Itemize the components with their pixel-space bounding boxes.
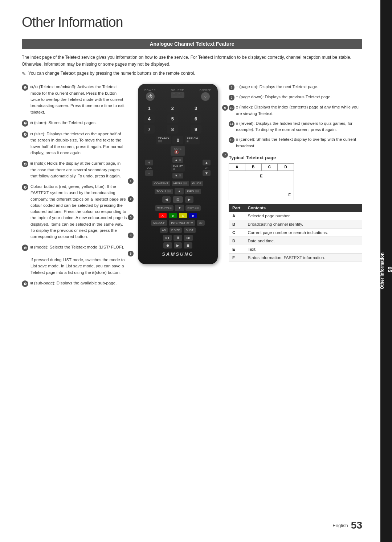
item-number-4: ❹ (22, 161, 28, 167)
nav-left-btn[interactable]: ◀ (162, 196, 171, 203)
nav-ok-btn[interactable]: ⊡ (173, 196, 183, 203)
callout-2: 2 (128, 196, 134, 202)
mute-button[interactable]: MUTE 🔇 (171, 146, 185, 156)
page-title: Other Information (22, 15, 362, 30)
vol-ch-area: + VOL − ▲⊠ CH LIST (144, 157, 212, 178)
side-tab-text: Other Information (380, 252, 385, 289)
pause-button[interactable]: ⏸ (173, 235, 182, 241)
mediap-button[interactable]: MEDIA.P (151, 220, 167, 226)
list-item: ❸ ⊟ (size): Displays the teletext on the… (22, 131, 127, 156)
ad-button[interactable]: AD (160, 227, 168, 233)
ch-down-with-indicator[interactable]: ▼⊠ (172, 173, 183, 178)
exit-button[interactable]: EXIT ⊠⊠ (185, 205, 201, 211)
ttxmix-button[interactable]: TTX/MIX ⊠⊟ (156, 136, 171, 144)
side-tab: 05 Other Information (380, 0, 392, 542)
num-2[interactable]: 2 (167, 104, 178, 112)
subt-button[interactable]: SUBT. (184, 227, 196, 233)
teletext-col-a: A (229, 164, 245, 171)
color-b-button[interactable]: B (169, 213, 177, 218)
vol-up[interactable]: + (145, 160, 153, 165)
chlist-button[interactable]: CH LIST ⊠ (171, 164, 184, 172)
tools-button[interactable]: TOOLS ⊠⊟ (155, 189, 173, 194)
ttxmix-label: TTX/MIX (158, 137, 170, 140)
num-8[interactable]: 8 (167, 125, 178, 134)
color-c-button[interactable]: C (179, 213, 187, 218)
nav-right-btn[interactable]: ▶ (185, 196, 193, 203)
prech-button[interactable]: PRE-CH ⊠ (185, 136, 200, 144)
num-1[interactable]: 1 (144, 104, 155, 112)
item-content-5: Colour buttons (red, green, yellow, blue… (30, 184, 127, 240)
callout-7: 7 (222, 152, 228, 158)
stop-button[interactable]: ⏹ (184, 242, 192, 249)
table-cell-part: E (229, 245, 244, 253)
main-content: Other Information Analogue Channel Telet… (0, 0, 380, 542)
vol-down[interactable]: − (145, 170, 153, 176)
num-0[interactable]: 0 (172, 136, 183, 144)
psize-button[interactable]: P.SIZE (170, 227, 182, 233)
guide-button[interactable]: GUIDE (191, 181, 203, 186)
color-d-button[interactable]: D (189, 213, 197, 218)
item-number-1: ❶ (22, 84, 28, 91)
ch-up[interactable]: ▲ (203, 160, 211, 165)
source-area: SOURCE ⬛⬛ (171, 89, 184, 98)
item-content-4: ⊠ (hold): Holds the display at the curre… (30, 160, 127, 179)
color-buttons-row: A B C D (144, 213, 212, 218)
playback-row-2: ⏺ ▶ ⏹ (144, 242, 212, 249)
item-content-1: ⊞/⊟ (Teletext on/mix/off): Activates the… (30, 84, 127, 115)
list-item: ❼ ⊠ (sub-page): Displays the available s… (22, 280, 127, 287)
section-header: Analogue Channel Teletext Feature (22, 39, 362, 49)
num-5[interactable]: 5 (167, 114, 178, 123)
footer-lang: English (332, 523, 348, 528)
num-4[interactable]: 4 (144, 114, 155, 123)
list-item: ❺ Colour buttons (red, green, yellow, bl… (22, 184, 127, 240)
play-button[interactable]: ▶ (174, 242, 182, 249)
item-number-2: ❷ (22, 120, 28, 127)
onoff-button[interactable]: ○ (201, 92, 210, 101)
table-cell-contents: Selected page number. (244, 212, 362, 220)
power-label: POWER (144, 89, 156, 91)
num-3[interactable]: 3 (191, 104, 201, 112)
table-cell-contents: Current page number or search indication… (244, 228, 362, 237)
record-button[interactable]: ⏺ (163, 242, 172, 249)
number-grid: 1 2 3 4 5 6 7 8 9 (144, 104, 212, 134)
menu-button[interactable]: MENU ⊠⊟ (172, 181, 189, 186)
callout-6: 6 (222, 105, 228, 111)
teletext-f: F (232, 193, 291, 197)
nav-down-btn[interactable]: ▼ (175, 205, 184, 211)
threed-button[interactable]: 3D (197, 220, 205, 226)
note-text: ✎ You can change Teletext pages by press… (22, 71, 362, 77)
chlist-label: CH LIST (173, 165, 183, 168)
list-item: ❷ ⊠ (store): Stores the Teletext pages. (22, 120, 127, 127)
table-cell-part: A (229, 212, 244, 220)
item-number-5: ❺ (22, 184, 28, 190)
vol-mute-section: MUTE 🔇 + VOL − (144, 146, 212, 178)
color-a-button[interactable]: A (159, 213, 167, 218)
onoff-area: ON/OFF ○ (200, 89, 211, 101)
table-row: F Status information. FASTEXT informatio… (229, 253, 362, 262)
fastforward-button[interactable]: ⏭ (184, 235, 193, 241)
callout-4: 4 (128, 233, 134, 238)
item-content-6: ⊠ (mode): Selects the Teletext mode (LIS… (30, 244, 127, 276)
nav-up-btn[interactable]: ▲ (175, 188, 184, 194)
list-item: ❹ ⊠ (hold): Holds the display at the cur… (22, 160, 127, 179)
table-row: B Broadcasting channel identity. (229, 220, 362, 228)
power-button[interactable]: ⏻ (146, 92, 155, 101)
teletext-header: A B C D (229, 164, 294, 171)
num-9[interactable]: 9 (191, 125, 201, 134)
content-button[interactable]: CONTENT (152, 181, 170, 186)
num-7[interactable]: 7 (144, 125, 155, 134)
info-button[interactable]: INFO ⊠⊟ (185, 189, 201, 194)
ch-up-with-indicator[interactable]: ▲⊠ (172, 157, 183, 163)
return-button[interactable]: RETURN ⊠ (155, 205, 174, 211)
teletext-section: Typical Tetetext page A B C D E F (229, 155, 362, 200)
source-button[interactable]: ⬛⬛ (171, 92, 184, 98)
internet-button[interactable]: INTERNET @TV (169, 220, 195, 226)
teletext-e: E (232, 174, 291, 178)
num-6[interactable]: 6 (191, 114, 201, 123)
rewind-button[interactable]: ⏮ (163, 235, 172, 241)
ch-down[interactable]: ▼ (203, 170, 211, 176)
remote-top-section: POWER ⏻ SOURCE ⬛⬛ ON/OFF (144, 89, 212, 101)
nav-lr-row: ◀ ⊡ ▶ (144, 196, 212, 203)
content-menu-guide-row: CONTENT MENU ⊠⊟ GUIDE (144, 181, 212, 186)
media-row: MEDIA.P INTERNET @TV 3D (144, 220, 212, 226)
